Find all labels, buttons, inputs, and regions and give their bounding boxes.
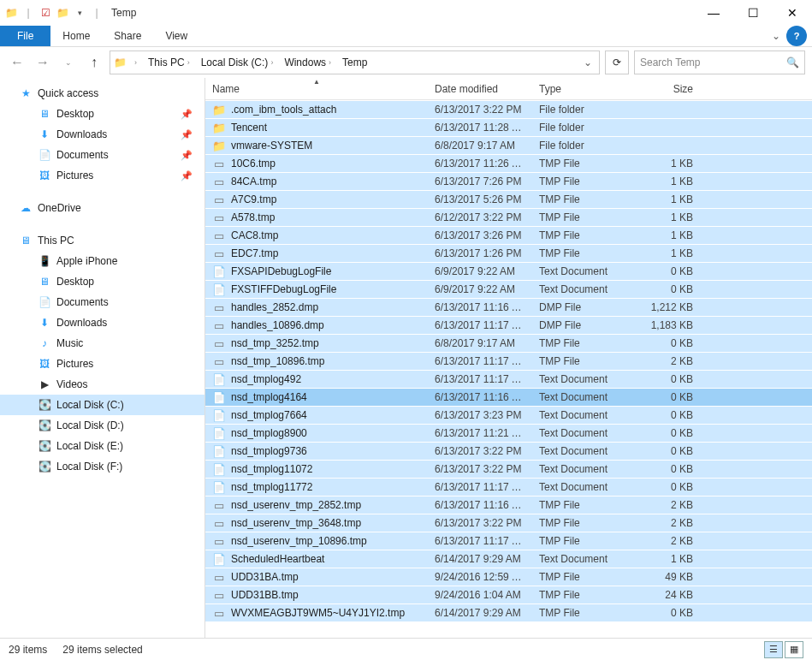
- file-icon: ▭: [212, 570, 226, 584]
- sidebar-item[interactable]: 🖥Desktop: [0, 271, 204, 292]
- file-name: UDD31BA.tmp: [231, 571, 299, 583]
- sidebar-item[interactable]: 💽Local Disk (F:): [0, 456, 204, 477]
- minimize-button[interactable]: —: [694, 0, 733, 26]
- file-row[interactable]: 📄nsd_tmplog110726/13/2017 3:22 PMText Do…: [205, 460, 812, 478]
- file-row[interactable]: 📄nsd_tmplog89006/13/2017 11:21 AMText Do…: [205, 424, 812, 442]
- tab-home[interactable]: Home: [50, 26, 102, 46]
- item-icon: 🖼: [38, 169, 51, 181]
- breadcrumb[interactable]: Windows›: [281, 56, 337, 68]
- file-row[interactable]: ▭nsd_userenv_tmp_10896.tmp6/13/2017 11:1…: [205, 532, 812, 550]
- address-bar[interactable]: 📁 › This PC› Local Disk (C:)› Windows› T…: [110, 51, 600, 74]
- file-row[interactable]: 📁Tencent6/13/2017 11:28 AMFile folder: [205, 118, 812, 136]
- sidebar-this-pc[interactable]: 🖥 This PC: [0, 230, 204, 251]
- file-row[interactable]: 📄nsd_tmplog4926/13/2017 11:17 AMText Doc…: [205, 370, 812, 388]
- file-name: 10C6.tmp: [231, 158, 276, 169]
- refresh-button[interactable]: ⟳: [605, 51, 629, 74]
- sidebar-item[interactable]: ⬇Downloads: [0, 312, 204, 333]
- sidebar-item[interactable]: 🖼Pictures: [0, 354, 204, 374]
- column-date[interactable]: Date modified: [428, 83, 532, 95]
- up-button[interactable]: ↑: [84, 52, 104, 73]
- file-date: 6/13/2017 3:23 PM: [428, 409, 532, 421]
- file-type: TMP File: [532, 175, 635, 187]
- file-row[interactable]: ▭10C6.tmp6/13/2017 11:26 AMTMP File1 KB: [205, 154, 812, 172]
- txt-icon: 📄: [212, 265, 226, 278]
- sidebar-item[interactable]: 💽Local Disk (E:): [0, 436, 204, 456]
- close-button[interactable]: ✕: [773, 0, 812, 26]
- sidebar-item[interactable]: 💽Local Disk (C:): [0, 395, 204, 415]
- back-button[interactable]: ←: [7, 52, 27, 73]
- sidebar-item[interactable]: 📄Documents: [0, 292, 204, 312]
- sidebar-item[interactable]: 🖼Pictures📌: [0, 165, 204, 186]
- file-row[interactable]: ▭nsd_tmp_3252.tmp6/8/2017 9:17 AMTMP Fil…: [205, 334, 812, 352]
- file-type: TMP File: [532, 535, 635, 547]
- ribbon-expand-icon[interactable]: ⌄: [766, 26, 786, 46]
- column-size[interactable]: Size: [635, 83, 700, 95]
- file-row[interactable]: ▭handles_2852.dmp6/13/2017 11:16 AMDMP F…: [205, 298, 812, 316]
- thumbnails-view-button[interactable]: ▦: [785, 641, 803, 658]
- breadcrumb[interactable]: This PC›: [145, 56, 196, 68]
- file-date: 6/13/2017 3:22 PM: [428, 445, 532, 457]
- file-row[interactable]: ▭CAC8.tmp6/13/2017 3:26 PMTMP File1 KB: [205, 226, 812, 244]
- item-icon: ▶: [38, 378, 51, 390]
- column-name[interactable]: ▲ Name: [205, 83, 428, 95]
- tab-share[interactable]: Share: [102, 26, 153, 46]
- breadcrumb[interactable]: Local Disk (C:)›: [198, 56, 280, 68]
- pin-icon: 📌: [181, 129, 193, 140]
- file-row[interactable]: ▭handles_10896.dmp6/13/2017 11:17 AMDMP …: [205, 316, 812, 334]
- file-row[interactable]: ▭nsd_userenv_tmp_2852.tmp6/13/2017 11:16…: [205, 496, 812, 514]
- help-icon[interactable]: ?: [786, 26, 807, 46]
- sidebar-item[interactable]: 💽Local Disk (D:): [0, 415, 204, 436]
- tab-file[interactable]: File: [0, 26, 50, 46]
- file-icon: ▭: [212, 211, 226, 224]
- file-icon: ▭: [212, 175, 226, 188]
- file-row[interactable]: ▭EDC7.tmp6/13/2017 1:26 PMTMP File1 KB: [205, 244, 812, 262]
- file-type: Text Document: [532, 373, 635, 385]
- file-row[interactable]: 📄nsd_tmplog117726/13/2017 11:17 AMText D…: [205, 478, 812, 496]
- file-row[interactable]: 📄FXSAPIDebugLogFile6/9/2017 9:22 AMText …: [205, 262, 812, 280]
- file-row[interactable]: 📁.com_ibm_tools_attach6/13/2017 3:22 PMF…: [205, 100, 812, 118]
- sidebar-item[interactable]: 📱Apple iPhone: [0, 251, 204, 271]
- sidebar-item[interactable]: ♪Music: [0, 333, 204, 354]
- file-row[interactable]: ▭WVXMEAGBJT9WM5~U4YJ1YI2.tmp6/14/2017 9:…: [205, 604, 812, 621]
- qat-dropdown-icon[interactable]: ▾: [72, 5, 87, 21]
- file-row[interactable]: 📄nsd_tmplog41646/13/2017 11:16 AMText Do…: [205, 388, 812, 406]
- file-row[interactable]: 📄nsd_tmplog97366/13/2017 3:22 PMText Doc…: [205, 442, 812, 460]
- breadcrumb-sep[interactable]: ›: [128, 58, 143, 67]
- forward-button[interactable]: →: [33, 52, 53, 73]
- file-row[interactable]: 📄nsd_tmplog76646/13/2017 3:23 PMText Doc…: [205, 406, 812, 424]
- tab-view[interactable]: View: [153, 26, 199, 46]
- properties-icon[interactable]: ☑: [38, 5, 53, 21]
- maximize-button[interactable]: ☐: [733, 0, 773, 26]
- column-type[interactable]: Type: [532, 83, 635, 95]
- file-type: TMP File: [532, 211, 635, 223]
- file-type: TMP File: [532, 158, 635, 169]
- file-date: 9/24/2016 12:59 AM: [428, 571, 532, 583]
- sidebar-quick-access[interactable]: ★ Quick access: [0, 83, 204, 104]
- file-row[interactable]: ▭UDD31BA.tmp9/24/2016 12:59 AMTMP File49…: [205, 568, 812, 586]
- file-rows[interactable]: 📁.com_ibm_tools_attach6/13/2017 3:22 PMF…: [205, 100, 812, 638]
- sidebar-item[interactable]: ⬇Downloads📌: [0, 124, 204, 145]
- file-row[interactable]: ▭84CA.tmp6/13/2017 7:26 PMTMP File1 KB: [205, 172, 812, 190]
- file-icon: ▭: [212, 229, 226, 242]
- file-row[interactable]: 📄ScheduledHeartbeat6/14/2017 9:29 AMText…: [205, 550, 812, 568]
- recent-dropdown-icon[interactable]: ⌄: [58, 52, 79, 73]
- file-row[interactable]: ▭A578.tmp6/12/2017 3:22 PMTMP File1 KB: [205, 208, 812, 226]
- sidebar-item-label: Pictures: [56, 169, 93, 181]
- sidebar-item[interactable]: ▶Videos: [0, 374, 204, 395]
- search-input[interactable]: Search Temp 🔍: [634, 51, 805, 74]
- file-date: 6/13/2017 11:17 AM: [428, 355, 532, 367]
- file-row[interactable]: 📁vmware-SYSTEM6/8/2017 9:17 AMFile folde…: [205, 136, 812, 154]
- breadcrumb[interactable]: Temp: [339, 56, 370, 68]
- file-row[interactable]: ▭UDD31BB.tmp9/24/2016 1:04 AMTMP File24 …: [205, 586, 812, 604]
- navigation-pane[interactable]: ★ Quick access 🖥Desktop📌⬇Downloads📌📄Docu…: [0, 78, 205, 638]
- file-row[interactable]: ▭nsd_tmp_10896.tmp6/13/2017 11:17 AMTMP …: [205, 352, 812, 370]
- sidebar-onedrive[interactable]: ☁ OneDrive: [0, 198, 204, 218]
- details-view-button[interactable]: ☰: [764, 641, 783, 658]
- file-row[interactable]: ▭A7C9.tmp6/13/2017 5:26 PMTMP File1 KB: [205, 190, 812, 208]
- file-row[interactable]: 📄FXSTIFFDebugLogFile6/9/2017 9:22 AMText…: [205, 280, 812, 298]
- sidebar-item[interactable]: 🖥Desktop📌: [0, 104, 204, 124]
- address-dropdown-icon[interactable]: ⌄: [580, 56, 596, 68]
- file-row[interactable]: ▭nsd_userenv_tmp_3648.tmp6/13/2017 3:22 …: [205, 514, 812, 532]
- sidebar-item[interactable]: 📄Documents📌: [0, 145, 204, 165]
- pc-icon: 🖥: [19, 235, 33, 247]
